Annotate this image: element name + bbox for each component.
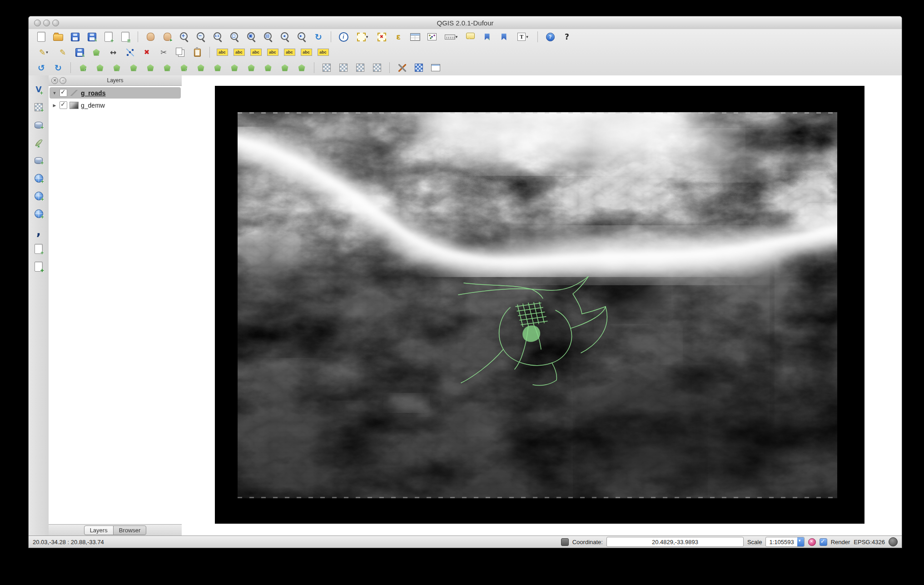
map-tips-button[interactable]: [463, 30, 477, 44]
minimize-button[interactable]: [43, 20, 50, 26]
split-parts-button[interactable]: [244, 61, 258, 74]
panel-tab-layers[interactable]: Layers: [84, 526, 114, 535]
offset-curve-button[interactable]: [210, 61, 225, 74]
layer-visibility-checkbox[interactable]: [60, 101, 67, 109]
composer-manager-button[interactable]: ≡: [118, 30, 133, 44]
new-print-composer-button[interactable]: +: [101, 30, 116, 44]
add-raster-layer-button[interactable]: +: [31, 100, 46, 114]
expander-icon[interactable]: ▶: [52, 103, 57, 108]
panel-close-icon[interactable]: ✕: [51, 77, 58, 84]
add-feature-button[interactable]: +: [89, 45, 104, 59]
layer-name-label[interactable]: g_roads: [81, 89, 105, 97]
fill-ring-button[interactable]: [143, 61, 158, 74]
layer-item-g_roads[interactable]: ▼g_roads: [50, 87, 181, 99]
node-tool-button[interactable]: [123, 45, 137, 59]
scale-combo[interactable]: 1:105593: [765, 537, 804, 547]
whats-this-button[interactable]: ?: [560, 30, 574, 44]
zoom-to-layer-button[interactable]: ▤: [261, 30, 275, 44]
new-project-button[interactable]: [34, 30, 49, 44]
rotate-label-button[interactable]: abc: [282, 45, 297, 59]
new-bookmark-button[interactable]: +: [480, 30, 494, 44]
text-annotation-button[interactable]: T▾: [513, 30, 532, 44]
python-console-button[interactable]: [412, 61, 426, 74]
labeling-button[interactable]: abc: [215, 45, 229, 59]
current-edits-button[interactable]: ✎▾: [34, 45, 53, 59]
map-canvas[interactable]: [182, 75, 902, 536]
layer-visibility-checkbox[interactable]: [60, 89, 67, 97]
select-by-expression-button[interactable]: ε: [391, 30, 406, 44]
coordinate-input[interactable]: [606, 537, 744, 547]
move-feature-button[interactable]: ↔: [106, 45, 120, 59]
add-vector-layer-button[interactable]: V+: [31, 83, 46, 96]
deselect-all-button[interactable]: ✖: [374, 30, 389, 44]
add-spatialite-layer-button[interactable]: +: [31, 136, 46, 149]
refresh-map-button[interactable]: ↻: [311, 30, 326, 44]
layers-panel-header[interactable]: ✕ ◦ Layers: [49, 75, 182, 86]
expander-icon[interactable]: ▼: [52, 91, 57, 95]
redo-button[interactable]: ↻: [51, 61, 65, 74]
delete-part-button[interactable]: ✖: [177, 61, 191, 74]
cut-features-button[interactable]: ✂: [156, 45, 171, 59]
add-part-button[interactable]: +: [126, 61, 141, 74]
move-label-button[interactable]: abc: [265, 45, 280, 59]
add-wms-layer-button[interactable]: +: [31, 171, 46, 185]
add-postgis-layer-button[interactable]: +: [31, 118, 46, 132]
toggle-editing-button[interactable]: ✎: [55, 45, 70, 59]
close-button[interactable]: [34, 20, 41, 26]
change-label-properties-button[interactable]: abc: [299, 45, 313, 59]
open-attribute-table-button[interactable]: [408, 30, 422, 44]
undo-button[interactable]: ↺: [34, 61, 49, 74]
plugin-tools-button[interactable]: [395, 61, 409, 74]
split-features-button[interactable]: /: [227, 61, 242, 74]
select-features-button[interactable]: ▾: [353, 30, 372, 44]
add-ring-button[interactable]: ○: [109, 61, 124, 74]
new-shapefile-layer-button[interactable]: +: [31, 242, 46, 256]
panel-tab-browser[interactable]: Browser: [113, 526, 147, 535]
layer-item-g_demw[interactable]: ▶g_demw: [50, 99, 181, 111]
open-project-button[interactable]: [51, 30, 65, 44]
rotate-point-symbols-button[interactable]: [294, 61, 309, 74]
highlight-pinned-labels-button[interactable]: abc: [248, 45, 263, 59]
layer-name-label[interactable]: g_demw: [81, 102, 105, 109]
measure-line-button[interactable]: ▾: [442, 30, 461, 44]
local-cumulative-stretch-button[interactable]: [353, 61, 368, 74]
toggle-extents-icon[interactable]: [561, 538, 569, 546]
new-spatialite-layer-button[interactable]: ✚: [31, 260, 46, 273]
rotate-feature-button[interactable]: ↻: [76, 61, 90, 74]
reshape-features-button[interactable]: [194, 61, 208, 74]
zoom-to-selection-button[interactable]: ▣: [244, 30, 258, 44]
zoom-next-button[interactable]: ▸: [294, 30, 309, 44]
pan-map-button[interactable]: [143, 30, 158, 44]
add-wcs-layer-button[interactable]: +: [31, 189, 46, 203]
add-delimited-text-layer-button[interactable]: ,: [31, 224, 46, 238]
window-titlebar[interactable]: QGIS 2.0.1-Dufour: [29, 16, 902, 30]
identify-features-button[interactable]: i: [336, 30, 351, 44]
copy-features-button[interactable]: [173, 45, 188, 59]
stop-rendering-icon[interactable]: [808, 538, 816, 546]
merge-selected-features-button[interactable]: [261, 61, 275, 74]
field-calculator-button[interactable]: [425, 30, 439, 44]
panel-float-icon[interactable]: ◦: [60, 77, 66, 84]
delete-ring-button[interactable]: −: [160, 61, 174, 74]
crs-status-icon[interactable]: [889, 537, 898, 546]
paste-features-button[interactable]: [190, 45, 204, 59]
save-layer-edits-button[interactable]: ✎: [72, 45, 87, 59]
zoom-full-button[interactable]: ◻: [227, 30, 242, 44]
pan-map-to-selection-button[interactable]: ▸: [160, 30, 174, 44]
zoom-native-resolution-button[interactable]: 1:1: [210, 30, 225, 44]
add-wfs-layer-button[interactable]: +: [31, 207, 46, 220]
zoom-button[interactable]: [52, 20, 59, 26]
show-bookmarks-button[interactable]: [497, 30, 511, 44]
delete-selected-button[interactable]: ✖: [139, 45, 154, 59]
pin-unpin-labels-button[interactable]: abc: [232, 45, 246, 59]
save-project-as-button[interactable]: ✎: [84, 30, 99, 44]
full-cumulative-stretch-button[interactable]: [370, 61, 384, 74]
show-hide-labels-button[interactable]: abc: [316, 45, 330, 59]
zoom-in-button[interactable]: +: [177, 30, 191, 44]
merge-attributes-button[interactable]: [278, 61, 292, 74]
zoom-out-button[interactable]: −: [194, 30, 208, 44]
help-contents-button[interactable]: ?: [543, 30, 557, 44]
simplify-feature-button[interactable]: [93, 61, 107, 74]
plugin-manager-button[interactable]: [428, 61, 443, 74]
full-histogram-stretch-button[interactable]: [336, 61, 351, 74]
